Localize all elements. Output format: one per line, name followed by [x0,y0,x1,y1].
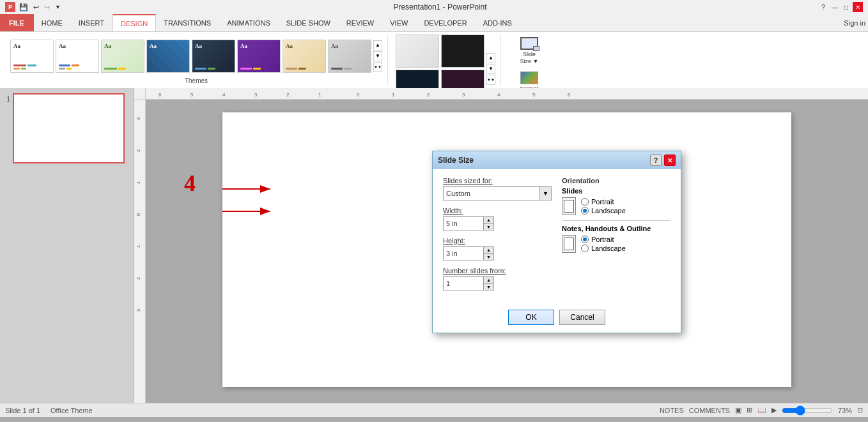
slide-size-dialog[interactable]: Slide Size ? ✕ Slides sized for: Custom [432,151,681,333]
height-value: 3 in [444,250,483,257]
themes-scroll-up[interactable]: ▲ [373,40,382,50]
number-slides-spinfield[interactable]: 1 ▲ ▼ [443,276,494,290]
quick-undo-btn[interactable]: ↩ [32,3,40,11]
svg-text:6: 6 [159,92,162,98]
theme-pattern[interactable]: Aa [146,40,190,73]
slides-portrait-option[interactable]: Portrait [581,198,626,206]
width-spin-up[interactable]: ▲ [483,217,493,224]
notes-landscape-option[interactable]: Landscape [581,245,626,252]
notes-landscape-label: Landscape [591,245,626,252]
slide-item-1[interactable]: 1 [3,93,131,163]
theme-office[interactable]: Aa [56,40,99,73]
sized-for-select[interactable]: Custom ▼ [443,186,552,200]
ribbon-group-variants: ▲ ▼ ▼▼ Variants [391,34,501,86]
height-label: Height: [443,237,552,245]
number-slides-spin-down[interactable]: ▼ [483,284,493,290]
dialog-close-btn[interactable]: ✕ [664,154,676,166]
close-btn[interactable]: ✕ [853,2,863,12]
notes-btn[interactable]: NOTES [660,407,684,414]
tab-design[interactable]: DESIGN [112,14,156,31]
orientation-title: Orientation [562,177,670,185]
sized-for-arrow[interactable]: ▼ [539,187,551,200]
slides-label: Slides [562,187,670,195]
number-slides-spin-up[interactable]: ▲ [483,277,493,284]
theme-green[interactable]: Aa [101,40,144,73]
dialog-ok-btn[interactable]: OK [508,310,554,325]
svg-text:1: 1 [136,245,141,248]
height-spin-down[interactable]: ▼ [483,254,493,260]
themes-items: Aa Aa [10,34,382,77]
quick-save-btn[interactable]: 💾 [18,3,29,11]
tab-transitions[interactable]: TRANSITIONS [156,14,219,31]
width-label: Width: [443,207,552,215]
svg-text:3: 3 [136,308,141,312]
reading-view-btn[interactable]: 📖 [757,406,766,414]
sized-for-value: Custom [444,190,539,197]
dialog-titlebar: Slide Size ? ✕ [433,151,681,169]
variant-dark1[interactable] [441,34,484,68]
ruler-corner [134,88,146,100]
quick-redo-btn[interactable]: ↪ [43,3,51,11]
ruler-row: 6 5 4 3 2 1 0 1 2 3 4 5 6 [134,88,868,100]
theme-tan[interactable]: Aa [283,40,326,73]
tab-addins[interactable]: ADD-INS [476,14,520,31]
orientation-divider [562,220,670,221]
variant-light[interactable] [396,34,439,68]
width-spin-down[interactable]: ▼ [483,224,493,230]
ribbon-group-customize: SlideSize ▼ Format Background Customize [504,34,555,86]
theme-default[interactable]: Aa [10,40,54,73]
dialog-left: Slides sized for: Custom ▼ Width: 5 in ▲ [443,177,552,297]
slides-landscape-option[interactable]: Landscape [581,207,626,215]
sign-in-link[interactable]: Sign in [844,19,865,27]
theme-gray[interactable]: Aa [328,40,371,73]
tab-view[interactable]: VIEW [382,14,416,31]
sized-for-label: Slides sized for: [443,177,552,185]
height-spinfield[interactable]: 3 in ▲ ▼ [443,246,494,260]
ribbon-right: Sign in [844,14,868,31]
variants-scroll-up[interactable]: ▲ [486,53,495,63]
themes-scroll-more[interactable]: ▼▼ [373,62,382,72]
tab-insert[interactable]: INSERT [71,14,112,31]
normal-view-btn[interactable]: ▣ [735,406,741,414]
notes-landscape-radio[interactable] [581,245,589,252]
dialog-help-btn[interactable]: ? [650,154,662,166]
powerpoint-icon: P [5,2,15,12]
notes-portrait-option[interactable]: Portrait [581,236,626,243]
number-slides-value: 1 [444,280,483,287]
notes-portrait-radio[interactable] [581,236,589,243]
fit-btn[interactable]: ⊡ [857,406,863,414]
slide-size-btn[interactable]: SlideSize ▼ [509,34,550,68]
slides-landscape-radio[interactable] [581,207,589,215]
dialog-cancel-btn[interactable]: Cancel [559,310,605,325]
tab-review[interactable]: REVIEW [339,14,382,31]
theme-purple[interactable]: Aa [237,40,281,73]
height-spin-up[interactable]: ▲ [483,247,493,254]
tab-home[interactable]: HOME [34,14,71,31]
tab-file[interactable]: FILE [0,14,34,31]
maximize-btn[interactable]: □ [841,2,851,12]
app-title: Presentation1 - PowerPoint [393,3,486,11]
svg-text:0: 0 [357,92,360,98]
variants-scroll-down[interactable]: ▼ [486,64,495,74]
tab-animations[interactable]: ANIMATIONS [219,14,279,31]
themes-label: Themes [185,77,208,86]
slide-sorter-btn[interactable]: ⊞ [747,406,752,414]
width-spin-btns: ▲ ▼ [483,217,493,230]
minimize-btn[interactable]: — [830,2,840,12]
slide-thumbnail[interactable] [13,93,125,163]
variants-scroll-more[interactable]: ▼▼ [486,75,495,85]
slideshow-btn[interactable]: ▶ [771,406,777,414]
theme-dark-blue[interactable]: Aa [192,40,235,73]
zoom-slider[interactable] [782,405,833,416]
tab-slideshow[interactable]: SLIDE SHOW [279,14,339,31]
quick-customize-btn[interactable]: ▼ [54,4,62,10]
tab-developer[interactable]: DEVELOPER [416,14,475,31]
slides-portrait-radio[interactable] [581,198,589,206]
width-spinfield[interactable]: 5 in ▲ ▼ [443,216,494,230]
comments-btn[interactable]: COMMENTS [689,407,730,414]
svg-text:3: 3 [254,92,258,98]
svg-text:6: 6 [568,92,571,98]
help-btn[interactable]: ? [818,2,828,12]
themes-scroll-down[interactable]: ▼ [373,51,382,61]
zoom-level: 73% [838,407,852,414]
